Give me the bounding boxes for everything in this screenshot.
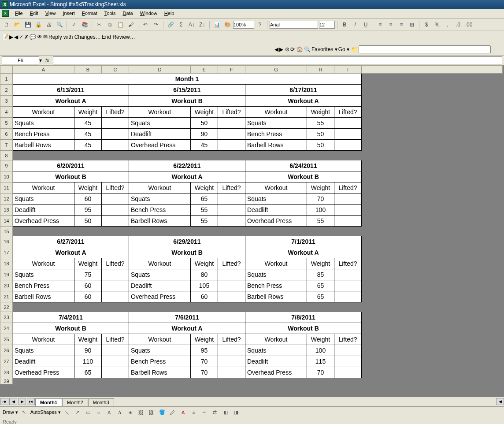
hdr-lifted[interactable]: Lifted? (102, 334, 129, 345)
menu-insert[interactable]: Insert (59, 10, 78, 17)
hdr-weight[interactable]: Weight (74, 258, 102, 269)
lifted-cell[interactable] (334, 129, 362, 140)
refresh-icon[interactable]: ⟳ (290, 46, 295, 52)
row-header-1[interactable]: 1 (0, 74, 13, 85)
date-cell[interactable]: 6/27/2011 (13, 236, 129, 247)
menu-tools[interactable]: Tools (101, 10, 119, 17)
weight-cell[interactable]: 65 (74, 367, 102, 378)
weight-cell[interactable]: 65 (191, 193, 218, 205)
weight-cell[interactable]: 90 (74, 345, 102, 356)
italic-icon[interactable]: I (351, 20, 359, 29)
hdr-weight[interactable]: Weight (307, 258, 334, 269)
exercise-cell[interactable]: Bench Press (245, 129, 307, 140)
font-name-combo[interactable] (270, 21, 318, 29)
review-reject-icon[interactable]: ✗ (24, 34, 29, 40)
hdr-lifted[interactable]: Lifted? (334, 182, 362, 193)
lifted-cell[interactable] (334, 140, 362, 151)
exercise-cell[interactable]: Overhead Press (129, 291, 191, 302)
weight-cell[interactable]: 50 (307, 140, 334, 151)
exercise-cell[interactable]: Squats (13, 193, 74, 205)
wordart-icon[interactable]: 𝐀 (115, 408, 124, 417)
favorites-button[interactable]: Favorites ▾ (311, 46, 337, 52)
sheet-tab-month3[interactable]: Month3 (88, 398, 114, 406)
exercise-cell[interactable]: Overhead Press (13, 216, 74, 227)
tab-first-icon[interactable]: ⏮ (0, 398, 8, 405)
address-combo[interactable] (359, 45, 491, 53)
hdr-workout[interactable]: Workout (129, 334, 191, 345)
currency-icon[interactable]: $ (422, 20, 431, 29)
date-cell[interactable]: 7/6/2011 (129, 312, 245, 323)
lifted-cell[interactable] (218, 269, 245, 280)
line-style-icon[interactable]: ≡ (189, 408, 198, 417)
date-cell[interactable]: 7/1/2011 (245, 236, 362, 247)
weight-cell[interactable]: 70 (191, 356, 218, 367)
exercise-cell[interactable]: Squats (13, 345, 74, 356)
col-header-D[interactable]: D (129, 66, 191, 74)
exercise-cell[interactable]: Barbell Rows (13, 291, 74, 302)
review-icon[interactable]: 📝 (2, 34, 8, 40)
hscroll-left-icon[interactable]: ◀ (496, 398, 504, 405)
row-header-13[interactable]: 13 (0, 205, 13, 216)
weight-cell[interactable]: 60 (191, 291, 218, 302)
hdr-lifted[interactable]: Lifted? (334, 107, 362, 118)
fill-color-icon[interactable]: 🪣 (158, 408, 167, 417)
hdr-lifted[interactable]: Lifted? (218, 334, 245, 345)
exercise-cell[interactable]: Barbell Rows (129, 367, 191, 378)
arrow-style-icon[interactable]: ⇄ (211, 408, 219, 417)
autosum-icon[interactable]: Σ (177, 20, 185, 29)
review-next-icon[interactable]: ▶ (9, 34, 13, 40)
weight-cell[interactable]: 85 (307, 269, 334, 280)
exercise-cell[interactable]: Bench Press (129, 205, 191, 216)
lifted-cell[interactable] (102, 140, 129, 151)
lifted-cell[interactable] (102, 193, 129, 205)
font-size-combo[interactable] (319, 21, 335, 29)
home-icon[interactable]: 🏠 (296, 46, 303, 52)
row-header-9[interactable]: 9 (0, 160, 13, 171)
hdr-lifted[interactable]: Lifted? (218, 107, 245, 118)
row-header-16[interactable]: 16 (0, 236, 13, 247)
hdr-workout[interactable]: Workout (245, 258, 307, 269)
weight-cell[interactable]: 60 (74, 280, 102, 291)
date-cell[interactable]: 7/8/2011 (245, 312, 362, 323)
weight-cell[interactable]: 65 (307, 291, 334, 302)
weight-cell[interactable]: 75 (74, 269, 102, 280)
exercise-cell[interactable]: Bench Press (245, 280, 307, 291)
font-color-icon[interactable]: A (179, 408, 188, 417)
new-icon[interactable]: 🗋 (2, 20, 11, 29)
review-comment-icon[interactable]: 💬 (30, 34, 36, 40)
format-painter-icon[interactable]: 🖌 (126, 20, 135, 29)
research-icon[interactable]: 📚 (80, 20, 89, 29)
lifted-cell[interactable] (218, 367, 245, 378)
col-header-F[interactable]: F (218, 66, 245, 74)
hdr-workout[interactable]: Workout (13, 182, 74, 193)
workout-name-cell[interactable]: Workout B (13, 323, 129, 334)
oval-icon[interactable]: ○ (94, 408, 103, 417)
workout-name-cell[interactable]: Workout B (129, 96, 245, 107)
weight-cell[interactable]: 70 (307, 367, 334, 378)
dash-style-icon[interactable]: ┅ (200, 408, 209, 417)
workout-name-cell[interactable]: Workout B (245, 171, 362, 182)
align-center-icon[interactable]: ≡ (386, 20, 395, 29)
date-cell[interactable]: 6/24/2011 (245, 160, 362, 171)
lifted-cell[interactable] (218, 193, 245, 205)
date-cell[interactable]: 6/22/2011 (129, 160, 245, 171)
weight-cell[interactable]: 105 (191, 280, 218, 291)
rectangle-icon[interactable]: ▭ (84, 408, 93, 417)
weight-cell[interactable]: 95 (191, 345, 218, 356)
col-header-H[interactable]: H (307, 66, 334, 74)
zoom-combo[interactable] (233, 21, 254, 29)
weight-cell[interactable]: 100 (307, 345, 334, 356)
undo-icon[interactable]: ↶ (141, 20, 150, 29)
weight-cell[interactable]: 70 (191, 367, 218, 378)
hdr-lifted[interactable]: Lifted? (102, 182, 129, 193)
hdr-workout[interactable]: Workout (129, 182, 191, 193)
exercise-cell[interactable]: Deadlift (129, 280, 191, 291)
lifted-cell[interactable] (334, 269, 362, 280)
tab-last-icon[interactable]: ⏭ (27, 398, 35, 405)
help-icon[interactable]: ? (256, 20, 264, 29)
review-track-icon[interactable]: 👁 (37, 34, 42, 40)
row-header-27[interactable]: 27 (0, 356, 13, 367)
cut-icon[interactable]: ✂ (95, 20, 104, 29)
lifted-cell[interactable] (218, 291, 245, 302)
lifted-cell[interactable] (218, 205, 245, 216)
